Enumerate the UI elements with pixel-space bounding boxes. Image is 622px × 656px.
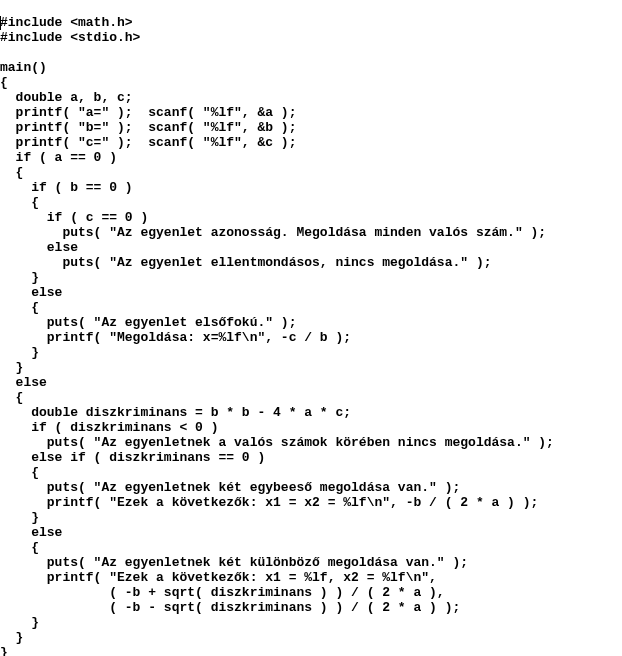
source-code: #include <math.h> #include <stdio.h> mai… [0, 13, 622, 656]
code-text: #include <math.h> #include <stdio.h> mai… [0, 15, 554, 656]
